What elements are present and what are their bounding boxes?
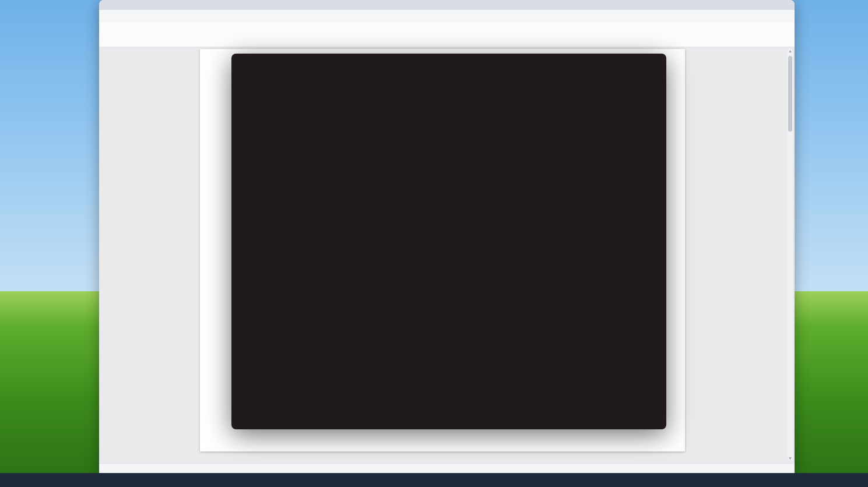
wind-turbines (797, 137, 867, 387)
app-title-bar (231, 54, 666, 71)
wps-menu-row (99, 10, 795, 22)
wps-tab-bar (99, 0, 795, 10)
live-companion-window (231, 54, 666, 429)
wps-status-bar (99, 463, 795, 473)
wps-toolbar (99, 22, 795, 47)
taskbar (0, 473, 868, 487)
document-scrollbar[interactable]: ▲▼ (788, 49, 793, 460)
